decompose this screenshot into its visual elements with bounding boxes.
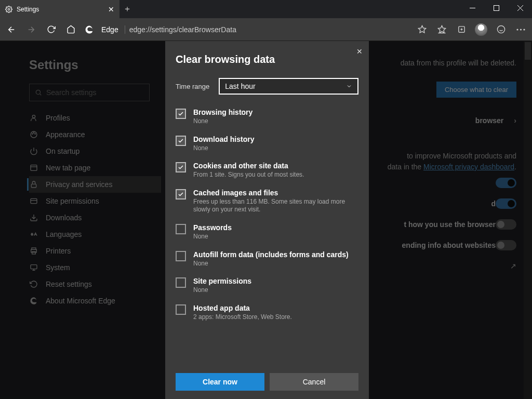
clear-item-hosted-app-data: Hosted app data2 apps: Microsoft Store, … (176, 301, 358, 328)
checkbox[interactable] (176, 251, 186, 261)
check-item-title: Cookies and other site data (193, 162, 304, 170)
check-item-title: Cached images and files (193, 189, 358, 197)
svg-point-14 (516, 29, 518, 30)
refresh-button[interactable] (42, 20, 60, 39)
clear-browsing-data-dialog: ✕ Clear browsing data Time range Last ho… (165, 41, 369, 399)
check-item-desc: From 1 site. Signs you out of most sites… (193, 171, 304, 179)
favorite-button[interactable] (413, 20, 431, 39)
check-item-title: Hosted app data (193, 304, 292, 312)
checkbox[interactable] (176, 109, 186, 119)
content-area: Settings ProfilesAppearanceOn startupNew… (0, 41, 532, 399)
profile-avatar[interactable] (475, 23, 487, 36)
clear-item-browsing-history: Browsing historyNone (176, 105, 358, 132)
check-item-title: Passwords (193, 223, 232, 232)
edge-icon (85, 25, 94, 34)
checkbox[interactable] (176, 224, 186, 234)
svg-marker-5 (418, 25, 425, 32)
checkbox[interactable] (176, 136, 186, 146)
window-maximize-button[interactable] (484, 0, 508, 16)
feedback-button[interactable] (491, 20, 510, 39)
dialog-title: Clear browsing data (176, 54, 358, 65)
clear-item-download-history: Download historyNone (176, 132, 358, 159)
favorites-list-button[interactable] (432, 20, 451, 39)
tab-close-icon[interactable]: ✕ (108, 5, 114, 14)
browser-toolbar: Edge edge://settings/clearBrowserData (0, 18, 532, 41)
chevron-down-icon (346, 83, 352, 89)
window-close-button[interactable] (508, 0, 532, 16)
collections-button[interactable] (452, 20, 471, 39)
time-range-select[interactable]: Last hour (219, 78, 358, 95)
check-item-desc: None (193, 260, 349, 268)
svg-point-11 (497, 25, 504, 33)
clear-now-button[interactable]: Clear now (176, 373, 264, 391)
clear-item-passwords: PasswordsNone (176, 220, 358, 247)
home-button[interactable] (61, 20, 80, 39)
tab-title: Settings (17, 6, 104, 13)
more-button[interactable] (511, 20, 530, 39)
check-item-title: Site permissions (193, 277, 251, 285)
check-item-desc: None (193, 144, 254, 153)
clear-item-cached-images-and-files: Cached images and filesFrees up less tha… (176, 185, 358, 220)
time-range-value: Last hour (225, 82, 255, 90)
forward-button[interactable] (22, 20, 41, 39)
dialog-close-button[interactable]: ✕ (356, 47, 363, 56)
checkbox[interactable] (176, 189, 186, 200)
window-minimize-button[interactable] (460, 0, 484, 16)
url-text: edge://settings/clearBrowserData (129, 25, 236, 34)
back-button[interactable] (2, 20, 21, 39)
window-controls (460, 0, 532, 16)
identity-label: Edge (98, 25, 125, 34)
new-tab-button[interactable]: ＋ (119, 0, 135, 18)
address-bar[interactable]: Edge edge://settings/clearBrowserData (81, 21, 411, 38)
clear-item-site-permissions: Site permissionsNone (176, 274, 358, 301)
gear-icon (5, 6, 12, 13)
svg-marker-6 (438, 25, 445, 32)
svg-point-16 (523, 29, 525, 30)
check-item-desc: Frees up less than 116 MB. Some sites ma… (193, 198, 358, 214)
svg-point-0 (8, 8, 10, 10)
check-item-desc: None (193, 233, 232, 241)
svg-rect-2 (494, 5, 499, 10)
checkbox[interactable] (176, 277, 186, 288)
check-item-desc: None (193, 286, 251, 295)
check-item-desc: None (193, 117, 252, 126)
clear-item-autofill-form-data-includes-forms-and-cards-: Autofill form data (includes forms and c… (176, 247, 358, 274)
check-item-title: Autofill form data (includes forms and c… (193, 250, 349, 259)
svg-point-15 (520, 29, 521, 30)
clear-item-cookies-and-other-site-data: Cookies and other site dataFrom 1 site. … (176, 158, 358, 185)
checkbox[interactable] (176, 304, 186, 315)
cancel-button[interactable]: Cancel (270, 373, 358, 391)
check-item-title: Browsing history (193, 108, 252, 116)
check-item-title: Download history (193, 135, 254, 143)
modal-overlay[interactable]: ✕ Clear browsing data Time range Last ho… (0, 41, 532, 399)
browser-tab[interactable]: Settings ✕ (0, 0, 119, 18)
title-bar: Settings ✕ ＋ (0, 0, 532, 18)
time-range-label: Time range (176, 83, 209, 90)
check-item-desc: 2 apps: Microsoft Store, Web Store. (193, 313, 292, 322)
checkbox[interactable] (176, 162, 186, 172)
